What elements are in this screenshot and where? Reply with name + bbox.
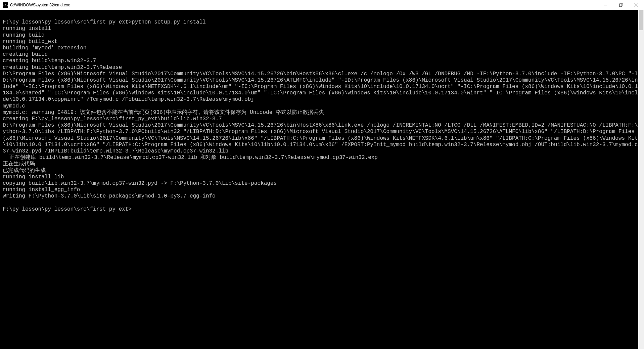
terminal-line: running install_lib [3, 174, 641, 180]
maximize-button[interactable] [613, 0, 629, 10]
terminal-line: creating F:\py_lesson\py_lesson\src\firs… [3, 116, 641, 122]
terminal-line [3, 13, 641, 19]
terminal-line: D:\Program Files (x86)\Microsoft Visual … [3, 122, 641, 155]
terminal-line: 正在生成代码 [3, 161, 641, 167]
terminal-output[interactable]: F:\py_lesson\py_lesson\src\first_py_ext>… [0, 10, 644, 349]
terminal-line: mymod.c: warning C4819: 该文件包含不能在当前代码页(93… [3, 110, 641, 116]
terminal-area[interactable]: F:\py_lesson\py_lesson\src\first_py_ext>… [0, 10, 644, 349]
terminal-line: F:\py_lesson\py_lesson\src\first_py_ext>… [3, 19, 641, 26]
terminal-line: Writing F:\Python-3.7.0\Lib\site-package… [3, 193, 641, 200]
svg-rect-2 [620, 3, 623, 6]
terminal-line: 正在创建库 build\temp.win32-3.7\Release\mymod… [3, 155, 641, 161]
terminal-line: running build_ext [3, 39, 641, 45]
terminal-line: creating build\temp.win32-3.7 [3, 58, 641, 64]
minimize-button[interactable] [598, 0, 613, 10]
svg-rect-1 [619, 4, 622, 7]
terminal-line: creating build [3, 51, 641, 58]
terminal-line [3, 200, 641, 206]
window-titlebar: C:\ C:\WINDOWS\system32\cmd.exe [0, 0, 644, 10]
terminal-line: running install [3, 26, 641, 32]
terminal-line: 已完成代码的生成 [3, 168, 641, 174]
terminal-line: copying build\lib.win32-3.7\mymod.cp37-w… [3, 180, 641, 187]
terminal-line: building 'mymod' extension [3, 45, 641, 51]
terminal-line: F:\py_lesson\py_lesson\src\first_py_ext> [3, 206, 641, 213]
window-controls [598, 0, 644, 10]
terminal-line: running build [3, 32, 641, 39]
close-button[interactable] [629, 0, 644, 10]
terminal-line: running install_egg_info [3, 187, 641, 193]
scrollbar-thumb[interactable] [639, 10, 643, 30]
window-title: C:\WINDOWS\system32\cmd.exe [10, 3, 598, 7]
cmd-icon: C:\ [3, 2, 8, 8]
vertical-scrollbar[interactable] [638, 10, 644, 349]
terminal-line: mymod.c [3, 103, 641, 110]
terminal-line: D:\Program Files (x86)\Microsoft Visual … [3, 71, 641, 103]
terminal-line: creating build\temp.win32-3.7\Release [3, 64, 641, 71]
